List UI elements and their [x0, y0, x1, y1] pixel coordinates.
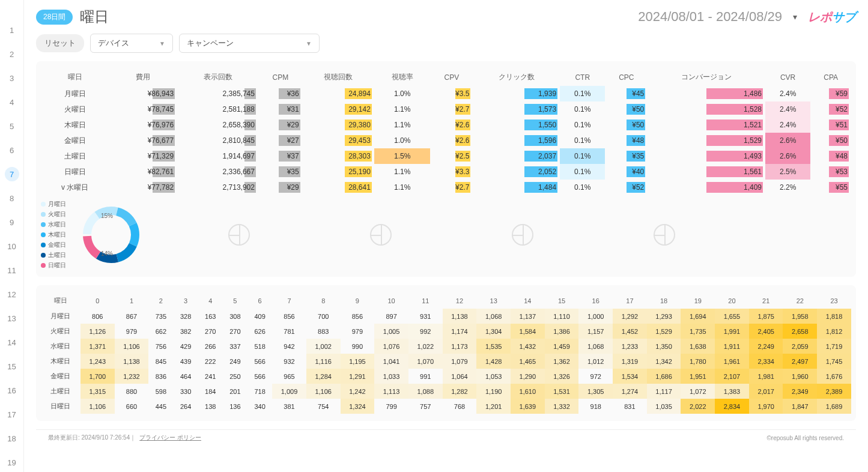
heatmap-cell: 1,113: [374, 384, 408, 399]
column-header[interactable]: 表示回数: [177, 68, 258, 86]
day-cell: 日曜日: [41, 164, 109, 180]
sidebar-item-5[interactable]: 5: [0, 114, 23, 138]
table-cell: 0.1%: [560, 164, 605, 180]
day-cell: 月曜日: [41, 309, 80, 324]
heatmap-cell: 439: [173, 354, 198, 369]
heatmap-cell: 201: [223, 384, 247, 399]
day-cell: 土曜日: [41, 148, 109, 164]
table-cell: ¥29: [258, 180, 303, 195]
column-header[interactable]: 視聴率: [374, 68, 431, 86]
heatmap-cell: 464: [173, 369, 198, 384]
heatmap-cell: 942: [272, 339, 306, 354]
sidebar-item-8[interactable]: 8: [0, 186, 23, 210]
heatmap-cell: 2,249: [749, 339, 783, 354]
sidebar-item-11[interactable]: 11: [0, 258, 23, 282]
table-cell: ¥78,745: [109, 101, 177, 117]
chevron-down-icon[interactable]: ▾: [793, 12, 797, 22]
table-cell: 2,713,902: [177, 180, 258, 195]
heatmap-cell: 1,035: [647, 399, 681, 414]
donut-label-bottom: 14%: [101, 250, 113, 257]
heatmap-cell: 409: [247, 309, 272, 324]
heatmap-cell: 2,334: [749, 354, 783, 369]
sidebar-item-10[interactable]: 10: [0, 234, 23, 258]
heatmap-cell: 1,970: [749, 399, 783, 414]
sidebar-item-1[interactable]: 1: [0, 18, 23, 42]
hour-header: 21: [749, 292, 783, 309]
date-range[interactable]: 2024/08/01 - 2024/08/29: [638, 9, 782, 25]
heatmap-cell: 1,233: [613, 339, 647, 354]
table-row: 日曜日¥82,7612,336,667¥3525,1901.1%¥3.32,05…: [41, 164, 851, 180]
sidebar-item-15[interactable]: 15: [0, 354, 23, 378]
sidebar-item-6[interactable]: 6: [0, 138, 23, 162]
table-cell: ¥2.6: [430, 133, 473, 148]
hour-header: 3: [173, 292, 198, 309]
column-header[interactable]: コンバージョン: [648, 68, 765, 86]
device-select[interactable]: デバイス▼: [90, 34, 173, 53]
column-header[interactable]: クリック数: [473, 68, 560, 86]
column-header[interactable]: CVR: [765, 68, 810, 86]
table-row: 木曜日¥76,9762,658,390¥2929,3801.1%¥2.61,55…: [41, 117, 851, 133]
sidebar-item-19[interactable]: 19: [0, 450, 23, 472]
sidebar-item-7[interactable]: 7: [0, 162, 23, 186]
heatmap-cell: 660: [115, 399, 149, 414]
heatmap-cell: 1,195: [341, 354, 375, 369]
heatmap-cell: 1,534: [613, 369, 647, 384]
donut-legend: 月曜日火曜日水曜日木曜日金曜日土曜日日曜日: [41, 200, 66, 270]
heatmap-cell: 1,072: [681, 384, 715, 399]
sidebar-item-14[interactable]: 14: [0, 330, 23, 354]
sidebar-item-18[interactable]: 18: [0, 426, 23, 450]
heatmap-cell: 768: [443, 399, 477, 414]
day-cell: 日曜日: [41, 399, 80, 414]
table-cell: ¥52: [605, 180, 648, 195]
column-header[interactable]: 曜日: [41, 68, 109, 86]
privacy-link[interactable]: プライバシー ポリシー: [139, 434, 201, 442]
heatmap-cell: 1,000: [578, 309, 613, 324]
day-cell: 金曜日: [41, 369, 80, 384]
reset-button[interactable]: リセット: [36, 34, 84, 52]
column-header[interactable]: CTR: [560, 68, 605, 86]
table-cell: ¥3.3: [430, 164, 473, 180]
heatmap-cell: 518: [247, 339, 272, 354]
column-header[interactable]: CPV: [430, 68, 473, 86]
heatmap-cell: 445: [148, 399, 173, 414]
column-header[interactable]: 費用: [109, 68, 177, 86]
placeholder-chart-icon: [228, 224, 250, 246]
heatmap-cell: 249: [223, 354, 247, 369]
heatmap-row: 日曜日1,1066604452641381363403817541,324799…: [41, 399, 851, 414]
table-cell: 1,561: [648, 164, 765, 180]
heatmap-cell: 328: [173, 309, 198, 324]
table-cell: 1.1%: [374, 180, 431, 195]
heatmap-cell: 1,689: [817, 399, 851, 414]
hour-header: 2: [148, 292, 173, 309]
heatmap-cell: 2,497: [783, 354, 817, 369]
heatmap-cell: 1,326: [545, 369, 579, 384]
sidebar-item-3[interactable]: 3: [0, 66, 23, 90]
sidebar-item-12[interactable]: 12: [0, 282, 23, 306]
sidebar-item-13[interactable]: 13: [0, 306, 23, 330]
column-header[interactable]: CPM: [258, 68, 303, 86]
heatmap-cell: 1,076: [374, 339, 408, 354]
table-cell: 0.1%: [560, 101, 605, 117]
heatmap-cell: 1,875: [749, 309, 783, 324]
hour-header: 1: [115, 292, 149, 309]
heatmap-cell: 1,232: [115, 369, 149, 384]
heatmap-cell: 1,282: [443, 384, 477, 399]
heatmap-cell: 1,342: [647, 354, 681, 369]
table-cell: 2.4%: [765, 86, 810, 101]
sidebar-item-17[interactable]: 17: [0, 402, 23, 426]
campaign-select[interactable]: キャンペーン▼: [179, 34, 320, 53]
column-header[interactable]: CPA: [810, 68, 851, 86]
heatmap-cell: 1,305: [578, 384, 613, 399]
table-cell: ¥76,677: [109, 133, 177, 148]
heatmap-row: 木曜日1,2431,1388454392222495669321,1161,19…: [41, 354, 851, 369]
heatmap-cell: 1,961: [715, 354, 749, 369]
sidebar-item-4[interactable]: 4: [0, 90, 23, 114]
heatmap-row: 水曜日1,3711,1067564292663375189421,0029901…: [41, 339, 851, 354]
sidebar-item-16[interactable]: 16: [0, 378, 23, 402]
sidebar-item-2[interactable]: 2: [0, 42, 23, 66]
column-header[interactable]: 視聴回数: [303, 68, 374, 86]
column-header[interactable]: CPC: [605, 68, 648, 86]
sidebar-item-9[interactable]: 9: [0, 210, 23, 234]
table-cell: ¥40: [605, 164, 648, 180]
heatmap-cell: 1,610: [511, 384, 545, 399]
